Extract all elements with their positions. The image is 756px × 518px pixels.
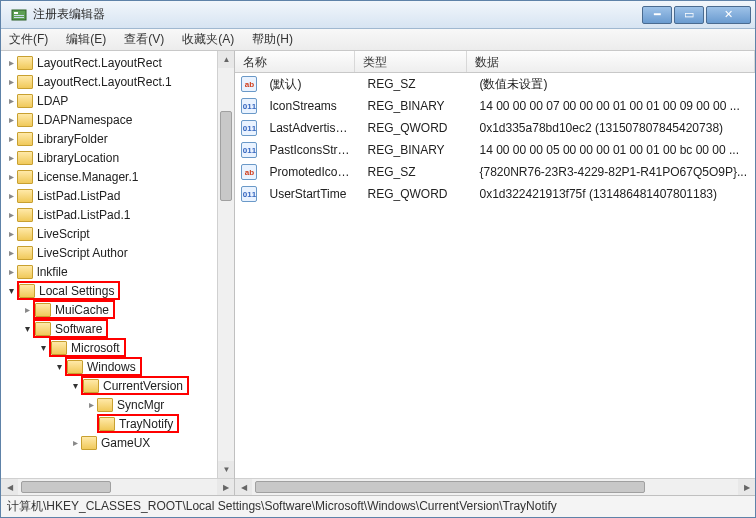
scroll-down-arrow[interactable]: ▼	[218, 461, 234, 478]
scroll-thumb-v[interactable]	[220, 111, 232, 201]
tree-node[interactable]: ▸LayoutRect.LayoutRect.1	[1, 72, 234, 91]
value-row[interactable]: 011UserStartTimeREG_QWORD0x1d322421913f7…	[235, 183, 755, 205]
expand-icon[interactable]: ▸	[5, 171, 17, 182]
scroll-thumb-h[interactable]	[21, 481, 111, 493]
tree-node[interactable]: ▾Software	[1, 319, 234, 338]
tree-node-label: LayoutRect.LayoutRect	[37, 56, 162, 70]
tree-node[interactable]: ▾Local Settings	[1, 281, 234, 300]
tree-node[interactable]: ▸ListPad.ListPad.1	[1, 205, 234, 224]
tree-node[interactable]: ▸LibraryLocation	[1, 148, 234, 167]
scroll-left-arrow[interactable]: ◀	[1, 479, 18, 495]
tree-node[interactable]: ▸SyncMgr	[1, 395, 234, 414]
menu-edit[interactable]: 编辑(E)	[62, 29, 110, 50]
tree-pane: ▸LayoutRect.LayoutRect▸LayoutRect.Layout…	[1, 51, 235, 495]
binary-value-icon: 011	[241, 98, 257, 114]
minimize-button[interactable]: ━	[642, 6, 672, 24]
tree-node[interactable]: ▸lnkfile	[1, 262, 234, 281]
tree-scrollbar-vertical[interactable]: ▲ ▼	[217, 51, 234, 478]
titlebar[interactable]: 注册表编辑器 ━ ▭ ✕	[1, 1, 755, 29]
folder-icon	[17, 227, 33, 241]
tree-node[interactable]: ▸LiveScript	[1, 224, 234, 243]
scroll-thumb-h[interactable]	[255, 481, 645, 493]
tree-node[interactable]: ▸License.Manager.1	[1, 167, 234, 186]
expand-icon[interactable]: ▸	[5, 266, 17, 277]
tree-node[interactable]: ▸GameUX	[1, 433, 234, 452]
value-data: 0x1d335a78bd10ec2 (131507807845420738)	[471, 121, 755, 135]
collapse-icon[interactable]: ▾	[21, 323, 33, 334]
col-header-type[interactable]: 类型	[355, 51, 467, 72]
expand-icon[interactable]: ▸	[5, 95, 17, 106]
tree-node-label: LDAPNamespace	[37, 113, 132, 127]
expand-icon[interactable]: ▸	[85, 399, 97, 410]
tree-node[interactable]: ▸LiveScript Author	[1, 243, 234, 262]
tree-node[interactable]: ▸LayoutRect.LayoutRect	[1, 53, 234, 72]
svg-rect-2	[14, 15, 24, 16]
expand-icon[interactable]: ▸	[5, 114, 17, 125]
tree-node[interactable]: ▸LDAP	[1, 91, 234, 110]
folder-icon	[17, 208, 33, 222]
tree-node[interactable]: ▾CurrentVersion	[1, 376, 234, 395]
expand-icon[interactable]: ▸	[5, 209, 17, 220]
value-row[interactable]: 011PastIconsStreamREG_BINARY14 00 00 00 …	[235, 139, 755, 161]
tree-node-label: LibraryFolder	[37, 132, 108, 146]
scroll-left-arrow[interactable]: ◀	[235, 479, 252, 495]
tree-node[interactable]: TrayNotify	[1, 414, 234, 433]
value-name: IconStreams	[261, 99, 359, 113]
folder-icon	[17, 265, 33, 279]
folder-icon	[35, 303, 51, 317]
close-button[interactable]: ✕	[706, 6, 751, 24]
value-type: REG_SZ	[359, 77, 471, 91]
col-header-data[interactable]: 数据	[467, 51, 755, 72]
expand-icon[interactable]: ▸	[5, 133, 17, 144]
expand-icon[interactable]: ▸	[5, 57, 17, 68]
collapse-icon[interactable]: ▾	[5, 285, 17, 296]
value-row[interactable]: ab(默认)REG_SZ(数值未设置)	[235, 73, 755, 95]
tree-node[interactable]: ▸LDAPNamespace	[1, 110, 234, 129]
tree-node[interactable]: ▸ListPad.ListPad	[1, 186, 234, 205]
scroll-right-arrow[interactable]: ▶	[217, 479, 234, 495]
collapse-icon[interactable]: ▾	[69, 380, 81, 391]
folder-icon	[17, 75, 33, 89]
folder-icon	[17, 132, 33, 146]
tree-node-label: MuiCache	[55, 303, 109, 317]
expand-icon[interactable]: ▸	[5, 228, 17, 239]
maximize-button[interactable]: ▭	[674, 6, 704, 24]
expand-icon[interactable]: ▸	[5, 190, 17, 201]
folder-icon	[35, 322, 51, 336]
folder-icon	[17, 151, 33, 165]
collapse-icon[interactable]: ▾	[53, 361, 65, 372]
expand-icon[interactable]: ▸	[21, 304, 33, 315]
tree-node[interactable]: ▸MuiCache	[1, 300, 234, 319]
expand-icon[interactable]: ▸	[69, 437, 81, 448]
value-row[interactable]: abPromotedIcon...REG_SZ{7820NR76-23R3-42…	[235, 161, 755, 183]
expand-icon[interactable]: ▸	[5, 247, 17, 258]
menu-favorites[interactable]: 收藏夹(A)	[178, 29, 238, 50]
value-row[interactable]: 011LastAdvertise...REG_QWORD0x1d335a78bd…	[235, 117, 755, 139]
tree-scrollbar-horizontal[interactable]: ◀ ▶	[1, 478, 234, 495]
menu-file[interactable]: 文件(F)	[5, 29, 52, 50]
tree-node-label: lnkfile	[37, 265, 68, 279]
value-row[interactable]: 011IconStreamsREG_BINARY14 00 00 00 07 0…	[235, 95, 755, 117]
collapse-icon[interactable]: ▾	[37, 342, 49, 353]
list-scrollbar-horizontal[interactable]: ◀ ▶	[235, 478, 755, 495]
tree-node[interactable]: ▾Windows	[1, 357, 234, 376]
expand-icon[interactable]: ▸	[5, 76, 17, 87]
binary-value-icon: 011	[241, 142, 257, 158]
value-name: PastIconsStream	[261, 143, 359, 157]
folder-icon	[17, 56, 33, 70]
tree-node[interactable]: ▾Microsoft	[1, 338, 234, 357]
statusbar: 计算机\HKEY_CLASSES_ROOT\Local Settings\Sof…	[1, 495, 755, 517]
expand-icon[interactable]: ▸	[5, 152, 17, 163]
scroll-right-arrow[interactable]: ▶	[738, 479, 755, 495]
list-view[interactable]: ab(默认)REG_SZ(数值未设置)011IconStreamsREG_BIN…	[235, 73, 755, 495]
string-value-icon: ab	[241, 164, 257, 180]
value-type: REG_SZ	[359, 165, 471, 179]
tree-node[interactable]: ▸LibraryFolder	[1, 129, 234, 148]
tree-view[interactable]: ▸LayoutRect.LayoutRect▸LayoutRect.Layout…	[1, 51, 234, 495]
scroll-up-arrow[interactable]: ▲	[218, 51, 234, 68]
col-header-name[interactable]: 名称	[235, 51, 355, 72]
menu-view[interactable]: 查看(V)	[120, 29, 168, 50]
tree-node-label: LayoutRect.LayoutRect.1	[37, 75, 172, 89]
folder-icon	[17, 94, 33, 108]
menu-help[interactable]: 帮助(H)	[248, 29, 297, 50]
